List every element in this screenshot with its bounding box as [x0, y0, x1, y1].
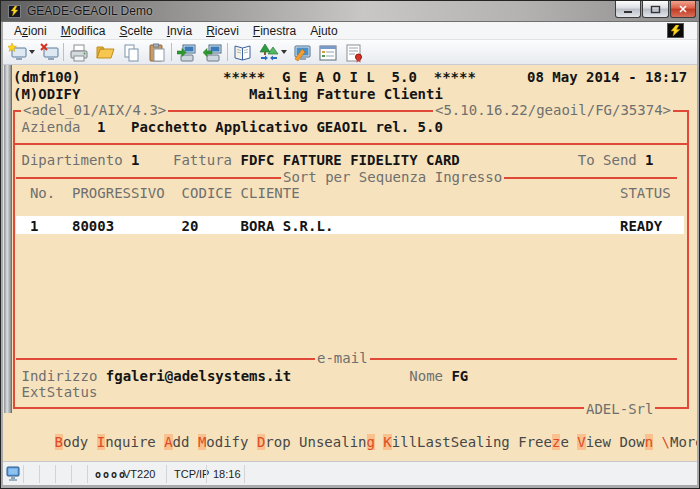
print-button[interactable]	[68, 42, 89, 63]
status-bar: oooo VT220 TCP/IP 18:16	[3, 461, 697, 485]
col-header-cliente: CLIENTE	[241, 185, 300, 202]
fattura-value: FDFC FATTURE FIDELITY CARD	[241, 152, 460, 169]
menu-invia[interactable]: Invia	[160, 22, 199, 40]
dipartimento-value: 1	[131, 152, 139, 169]
command-more[interactable]: \More	[662, 434, 697, 450]
connection-indicator[interactable]	[667, 23, 684, 38]
command-view[interactable]: View	[577, 434, 611, 450]
command-freeze[interactable]: Freeze	[518, 434, 569, 450]
to-send-label: To Send	[578, 152, 637, 169]
minimize-icon	[623, 5, 633, 14]
table-row[interactable]	[16, 216, 684, 234]
caption-buttons	[614, 1, 696, 18]
col-header-no: No.	[30, 185, 55, 202]
copy-button[interactable]	[120, 42, 141, 63]
menu-azioni[interactable]: Azioni	[7, 22, 54, 40]
folder-icon	[95, 43, 115, 63]
statusbar-separator	[244, 465, 245, 483]
indirizzo-label: Indirizzo	[22, 368, 98, 385]
open-folder-button[interactable]	[94, 42, 115, 63]
vertical-scrollbar[interactable]	[4, 65, 12, 413]
paste-button[interactable]	[146, 42, 167, 63]
book-icon	[233, 43, 253, 63]
command-body[interactable]: Body	[55, 434, 89, 450]
receive-file-button[interactable]	[202, 42, 223, 63]
command-down[interactable]: Down	[619, 434, 653, 450]
close-icon	[678, 4, 688, 14]
properties-icon	[318, 43, 338, 63]
lightning-icon	[10, 6, 19, 17]
command-unsealing[interactable]: Unsealing	[299, 434, 375, 450]
row-status: READY	[620, 218, 662, 235]
license-notes-button[interactable]	[343, 42, 364, 63]
row-codice: 20	[182, 218, 199, 235]
col-header-status: STATUS	[620, 185, 671, 202]
toolbar-separator	[171, 43, 172, 61]
command-modify[interactable]: Modify	[198, 434, 249, 450]
indirizzo-value[interactable]: fgaleri@adelsystems.it	[106, 368, 291, 385]
screen-setup-button[interactable]	[291, 42, 312, 63]
terminal-screen[interactable]: (dmf100) ***** G E A O I L 5.0 ***** 08 …	[3, 65, 697, 461]
properties-button[interactable]	[317, 42, 338, 63]
dipartimento-label: Dipartimento	[22, 152, 123, 169]
paste-icon	[147, 43, 167, 63]
toolbar-separator	[63, 43, 64, 61]
maximize-icon	[650, 5, 661, 14]
receive-file-icon	[203, 43, 223, 63]
email-banner: e-mail	[315, 350, 370, 367]
statusbar-separator	[39, 465, 40, 483]
session-label: <5.10.16.22/geaoil/FG/35374>	[433, 102, 673, 119]
minimize-button[interactable]	[615, 1, 641, 18]
azienda-value: 1	[97, 119, 105, 136]
send-file-icon	[177, 43, 197, 63]
statusbar-separator	[166, 465, 167, 483]
screen-subtitle: Mailing Fatture Clienti	[249, 86, 443, 103]
print-icon	[69, 43, 89, 63]
trees-icon	[259, 43, 279, 63]
menu-ricevi[interactable]: Ricevi	[199, 22, 246, 40]
command-killlastsealing[interactable]: KillLastSealing	[383, 434, 509, 450]
command-inquire[interactable]: Inquire	[97, 434, 156, 450]
statusbar-separator	[206, 465, 207, 483]
session-monitor-icon	[6, 466, 21, 482]
program-id: (dmf100)	[13, 69, 80, 86]
tree-dropdown-arrow-icon[interactable]	[281, 50, 287, 54]
screen-setup-icon	[292, 43, 312, 63]
command-drop[interactable]: Drop	[257, 434, 291, 450]
statusbar-separator	[87, 465, 88, 483]
menu-scelte[interactable]: Scelte	[112, 22, 159, 40]
disconnect-icon	[40, 43, 60, 63]
menu-aiuto[interactable]: Aiuto	[303, 22, 344, 40]
row-cliente: BORA S.R.L.	[241, 218, 334, 235]
extstatus-label: ExtStatus	[22, 384, 98, 401]
address-book-button[interactable]	[232, 42, 253, 63]
session-tree-button[interactable]	[258, 42, 279, 63]
host-label: <adel_01/AIX/4.3>	[21, 102, 168, 119]
lightning-icon	[670, 25, 681, 37]
app-icon	[8, 5, 21, 18]
command-menu: BodyInquireAddModifyDropUnsealingKillLas…	[4, 417, 697, 461]
nome-value[interactable]: FG	[451, 368, 468, 385]
disconnect-button[interactable]	[39, 42, 60, 63]
menu-finestra[interactable]: Finestra	[246, 22, 303, 40]
divider-line	[14, 143, 687, 145]
row-progressivo: 80003	[72, 218, 114, 235]
azienda-label: Azienda	[22, 119, 81, 136]
statusbar-separator	[23, 465, 24, 483]
menu-bar: Azioni Modifica Scelte Invia Ricevi Fine…	[3, 22, 697, 40]
toolbar-separator	[227, 43, 228, 61]
license-notes-icon	[344, 43, 364, 63]
col-header-codice: CODICE	[182, 185, 233, 202]
nome-label: Nome	[409, 368, 443, 385]
vendor-label: ADEL-Srl	[584, 401, 655, 418]
geaoil-banner: ***** G E A O I L 5.0 *****	[223, 69, 476, 86]
send-file-button[interactable]	[176, 42, 197, 63]
command-add[interactable]: Add	[164, 434, 189, 450]
title-bar: GEADE-GEAOIL Demo	[1, 1, 699, 22]
connect-button[interactable]	[7, 42, 28, 63]
menu-modifica[interactable]: Modifica	[54, 22, 113, 40]
maximize-button[interactable]	[642, 1, 668, 18]
close-button[interactable]	[670, 1, 696, 18]
datetime: 08 May 2014 - 18:17	[527, 69, 687, 86]
connect-dropdown-arrow-icon[interactable]	[29, 50, 35, 54]
